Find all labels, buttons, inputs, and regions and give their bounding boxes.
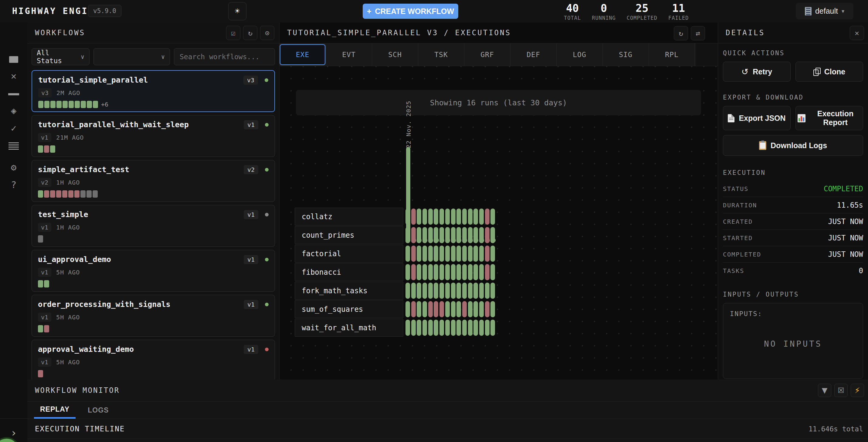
- help-icon[interactable]: ?: [0, 178, 27, 191]
- run-square: [81, 190, 86, 198]
- tab-sig[interactable]: SIG: [603, 43, 649, 66]
- type-filter-select[interactable]: ∨: [93, 48, 170, 65]
- meta-version-badge: v1: [38, 223, 51, 232]
- run-status-cell: [405, 245, 410, 262]
- task-name: collatz: [295, 208, 403, 226]
- details-title: DETAILS: [726, 29, 765, 37]
- execution-row-value: COMPLETED: [824, 184, 863, 193]
- workflow-card[interactable]: tutorial_parallel_with_wait_sleepv1v121M…: [32, 115, 275, 157]
- tab-tsk[interactable]: TSK: [418, 43, 464, 66]
- compare-arrows-icon: ⇄: [695, 29, 700, 38]
- stat-label: RUNNING: [592, 15, 616, 21]
- settings-gear-icon[interactable]: ⚙: [0, 160, 27, 174]
- workflow-card[interactable]: tutorial_simple_parallelv3v32M AGO+6: [32, 70, 275, 112]
- run-status-cell: [462, 209, 467, 225]
- workflows-header: WORKFLOWS ☑↻⊙: [27, 23, 279, 43]
- collapse-icon: ▼: [822, 386, 827, 395]
- version-badge: v2: [244, 165, 258, 174]
- workflow-card[interactable]: order_processing_with_signalsv1v15H AGO: [32, 295, 275, 337]
- meta-time: 1H AGO: [56, 224, 80, 231]
- monitor-tab-logs[interactable]: LOGS: [82, 402, 115, 419]
- run-square: [93, 190, 98, 198]
- runs-chart: Showing 16 runs (last 30 days) 22 Nov. 2…: [280, 66, 718, 380]
- compare-arrows-button[interactable]: ⇄: [691, 26, 705, 40]
- tab-rpl[interactable]: RPL: [649, 43, 695, 66]
- details-body: QUICK ACTIONS ↺ Retry Clone EXPORT & DOW…: [718, 43, 868, 379]
- workflow-meta: v15H AGO: [38, 313, 269, 322]
- meta-time: 5H AGO: [56, 314, 80, 321]
- create-workflow-button[interactable]: + CREATE WORKFLOW: [363, 4, 458, 19]
- workflow-card-right: v1: [244, 255, 269, 264]
- theme-toggle-button[interactable]: ☀: [228, 2, 246, 20]
- task-row: count_primes: [295, 226, 495, 244]
- workflow-card[interactable]: approval_waiting_demov1v15H AGO: [32, 340, 275, 380]
- run-status-cell: [405, 283, 410, 299]
- close-icon[interactable]: ✕: [0, 69, 27, 83]
- run-status-cell: [439, 301, 444, 317]
- collapse-button[interactable]: ▼: [818, 384, 831, 397]
- workflows-panel: WORKFLOWS ☑↻⊙ All Status ∨ ∨ tutorial_si…: [27, 23, 280, 380]
- monitor-tabs: REPLAYLOGS: [27, 402, 868, 419]
- run-status-cell: [423, 320, 427, 336]
- monitor-tab-replay[interactable]: REPLAY: [34, 402, 75, 419]
- task-row: factorial: [295, 245, 495, 263]
- workflow-name: tutorial_parallel_with_wait_sleep: [38, 120, 269, 129]
- run-status-cell: [491, 209, 495, 225]
- status-dot: [265, 258, 269, 261]
- clipboard-icon: [759, 141, 766, 150]
- run-status-cell: [457, 264, 461, 280]
- run-status-cell: [405, 320, 410, 336]
- refresh-button[interactable]: ↻: [243, 26, 257, 40]
- run-status-cell: [445, 209, 450, 225]
- search-input[interactable]: [174, 48, 275, 65]
- download-logs-button[interactable]: Download Logs: [723, 135, 863, 156]
- tab-log[interactable]: LOG: [557, 43, 603, 66]
- clone-button[interactable]: Clone: [796, 62, 863, 82]
- plus-icon: +: [367, 7, 371, 16]
- tab-grf[interactable]: GRF: [464, 43, 510, 66]
- meta-time: 5H AGO: [56, 269, 80, 276]
- tab-sch[interactable]: SCH: [372, 43, 418, 66]
- check-icon[interactable]: ✓: [0, 121, 27, 135]
- workflow-card[interactable]: ui_approval_demov1v15H AGO: [32, 250, 275, 292]
- logs-stack-icon[interactable]: [0, 139, 27, 153]
- run-history-squares: +6: [38, 101, 268, 108]
- retry-button[interactable]: ↺ Retry: [723, 62, 790, 82]
- glyph: ✕: [11, 70, 17, 81]
- sun-icon: ☀: [235, 6, 240, 16]
- select-all-button[interactable]: ☑: [226, 26, 240, 40]
- export-json-button[interactable]: Export JSON: [723, 106, 790, 130]
- stop-icon[interactable]: [0, 53, 27, 66]
- workflow-meta: v15H AGO: [38, 358, 269, 367]
- run-square: [93, 101, 98, 108]
- workflow-list: tutorial_simple_parallelv3v32M AGO+6tuto…: [27, 69, 279, 380]
- tab-evt[interactable]: EVT: [326, 43, 372, 66]
- executions-tabs: EXEEVTSCHTSKGRFDEFLOGSIGRPL: [280, 43, 718, 66]
- run-status-cell: [491, 283, 495, 299]
- run-status-cell: [485, 301, 490, 317]
- download-logs-label: Download Logs: [771, 141, 827, 150]
- refresh-button[interactable]: ↻: [674, 26, 688, 40]
- execution-report-button[interactable]: Execution Report: [796, 106, 863, 130]
- record-button[interactable]: ⊙: [260, 26, 274, 40]
- workflow-card-right: v2: [244, 165, 269, 174]
- stat-label: COMPLETED: [627, 15, 657, 21]
- tab-def[interactable]: DEF: [510, 43, 557, 66]
- status-filter-select[interactable]: All Status ∨: [32, 48, 90, 65]
- execution-row: TASKS0: [723, 263, 863, 279]
- diamond-icon[interactable]: ◈: [0, 104, 27, 117]
- clear-button[interactable]: ☒: [834, 384, 848, 397]
- tab-exe[interactable]: EXE: [280, 44, 326, 65]
- status-filter-value: All Status: [37, 49, 76, 65]
- workflow-card[interactable]: test_simplev1v11H AGO: [32, 205, 275, 247]
- execution-row-value: JUST NOW: [828, 234, 863, 242]
- minus-icon[interactable]: [0, 87, 27, 101]
- execution-row-value: 11.65s: [837, 201, 863, 209]
- close-button[interactable]: ✕: [850, 26, 864, 40]
- execution-row: STARTEDJUST NOW: [723, 230, 863, 246]
- org-switcher[interactable]: default ▾: [796, 3, 854, 20]
- run-status-cell: [428, 283, 433, 299]
- live-bolt-button[interactable]: ⚡: [851, 384, 864, 397]
- execution-row: DURATION11.65s: [723, 197, 863, 213]
- workflow-card[interactable]: simple_artifact_testv2v21H AGO: [32, 160, 275, 202]
